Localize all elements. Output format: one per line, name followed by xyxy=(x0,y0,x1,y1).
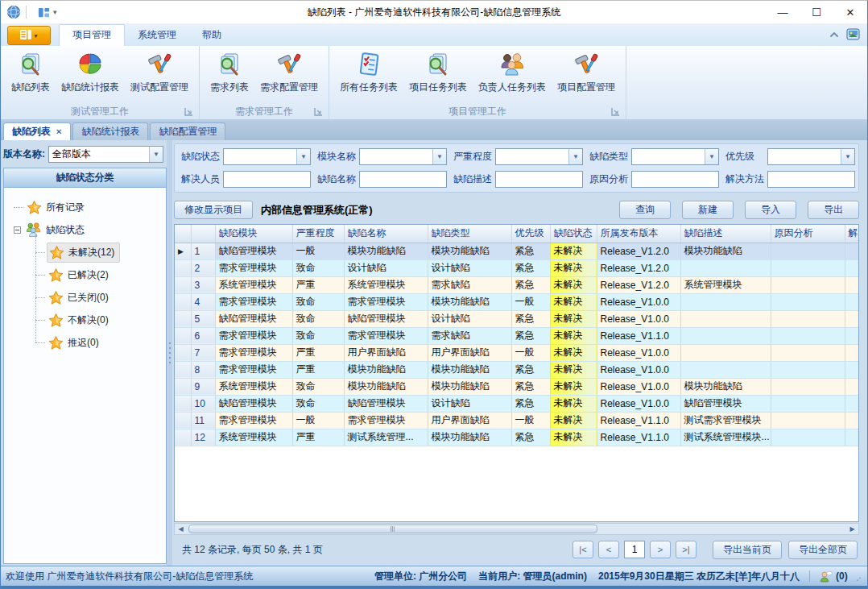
grid-cell[interactable]: 未解决 xyxy=(550,243,597,259)
ribbon-button-负责人任务列表[interactable]: 负责人任务列表 xyxy=(473,49,552,96)
grid-cell[interactable]: 设计缺陷 xyxy=(428,310,511,327)
row-selector-cell[interactable] xyxy=(175,293,191,310)
grid-cell[interactable]: 需求缺陷 xyxy=(428,276,511,293)
grid-cell[interactable] xyxy=(845,259,859,276)
grid-cell[interactable]: 未解决 xyxy=(550,429,597,446)
grid-cell[interactable]: 模块功能缺陷 xyxy=(428,361,511,378)
grid-cell[interactable]: 用户界面缺陷 xyxy=(428,344,511,361)
table-row[interactable]: 6需求管理模块致命需求管理模块需求缺陷紧急未解决Release_V1.1.0 xyxy=(175,327,859,344)
grid-cell[interactable] xyxy=(845,310,859,327)
grid-cell[interactable]: Release_V1.1.0 xyxy=(597,429,680,446)
grid-cell[interactable]: 致命 xyxy=(292,378,344,395)
grid-cell[interactable]: 未解决 xyxy=(550,293,597,310)
grid-cell[interactable]: 系统管理模块 xyxy=(680,276,771,293)
table-row[interactable]: 11需求管理模块一般需求管理模块用户界面缺陷一般未解决Release_V1.1.… xyxy=(175,412,859,429)
column-header-所属发布版本[interactable]: 所属发布版本 xyxy=(597,225,680,243)
filter-combo-严重程度[interactable]: ▼ xyxy=(495,148,583,165)
grid-cell[interactable]: 测试系统管理模块... xyxy=(680,429,771,446)
grid-cell[interactable]: 模块功能缺陷 xyxy=(428,293,511,310)
grid-cell[interactable]: 模块功能缺陷 xyxy=(428,429,511,446)
grid-cell[interactable]: Release_V1.2.0 xyxy=(597,276,680,293)
table-row[interactable]: 9系统管理模块致命模块功能缺陷模块功能缺陷紧急未解决Release_V1.0.0… xyxy=(175,378,859,395)
grid-cell[interactable]: 缺陷管理模块 xyxy=(215,243,292,259)
filter-field-解决方法[interactable] xyxy=(768,172,854,187)
filter-field-缺陷名称[interactable] xyxy=(360,172,446,187)
app-menu-button[interactable]: ▾ xyxy=(7,26,51,45)
filter-input-解决人员[interactable] xyxy=(223,171,311,188)
grid-cell[interactable] xyxy=(771,412,845,429)
grid-cell[interactable]: 模块功能缺陷 xyxy=(344,361,428,378)
row-selector-cell[interactable] xyxy=(175,395,191,412)
table-row[interactable]: ▶1缺陷管理模块一般模块功能缺陷模块功能缺陷紧急未解决Release_V1.2.… xyxy=(175,243,859,259)
table-row[interactable]: 7需求管理模块严重用户界面缺陷用户界面缺陷一般未解决Release_V1.0.0 xyxy=(175,344,859,361)
grid-cell[interactable] xyxy=(845,429,859,446)
column-header-缺陷类型[interactable]: 缺陷类型 xyxy=(428,225,511,243)
grid-cell[interactable]: 缺陷管理模块 xyxy=(344,310,428,327)
filter-field-解决人员[interactable] xyxy=(224,172,310,187)
ribbon-tab-帮助[interactable]: 帮助 xyxy=(189,25,234,46)
column-header-解决方法[interactable]: 解决方法 xyxy=(845,225,859,243)
table-row[interactable]: 3系统管理模块严重系统管理模块需求缺陷紧急未解决Release_V1.2.0系统… xyxy=(175,276,859,293)
grid-cell[interactable]: 需求管理模块 xyxy=(215,344,292,361)
grid-cell[interactable]: 缺陷管理模块 xyxy=(215,395,292,412)
ribbon-button-项目任务列表[interactable]: 项目任务列表 xyxy=(403,49,473,96)
minimize-button[interactable]: — xyxy=(766,1,800,23)
grid-cell[interactable]: 严重 xyxy=(292,361,344,378)
grid-cell[interactable] xyxy=(771,259,845,276)
row-selector-cell[interactable] xyxy=(175,259,191,276)
grid-cell[interactable] xyxy=(680,344,771,361)
grid-cell[interactable]: 紧急 xyxy=(511,327,550,344)
grid-cell[interactable]: Release_V1.0.0 xyxy=(597,344,680,361)
grid-cell[interactable]: 严重 xyxy=(292,429,344,446)
row-selector-cell[interactable] xyxy=(175,378,191,395)
row-selector-cell[interactable] xyxy=(175,327,191,344)
column-header-缺陷描述[interactable]: 缺陷描述 xyxy=(680,225,771,243)
grid-cell[interactable]: 紧急 xyxy=(511,361,550,378)
last-page-button[interactable]: >| xyxy=(676,541,696,558)
scroll-right-icon[interactable]: ▶ xyxy=(846,524,858,534)
grid-cell[interactable]: 未解决 xyxy=(550,259,597,276)
grid-cell[interactable]: 系统管理模块 xyxy=(215,378,292,395)
page-number-input[interactable] xyxy=(624,541,645,558)
export-all-pages-button[interactable]: 导出全部页 xyxy=(788,541,858,559)
grid-cell[interactable]: 未解决 xyxy=(550,276,597,293)
grid-cell[interactable] xyxy=(845,276,859,293)
next-page-button[interactable]: > xyxy=(650,541,671,558)
grid-cell[interactable]: 模块功能缺陷 xyxy=(428,378,511,395)
grid-cell[interactable] xyxy=(771,276,845,293)
tree-item-推迟(0)[interactable]: 推迟(0) xyxy=(14,331,164,354)
grid-cell[interactable]: 致命 xyxy=(292,310,344,327)
filter-input-解决方法[interactable] xyxy=(767,171,855,188)
grid-cell[interactable]: 未解决 xyxy=(550,395,597,412)
grid-cell[interactable]: 一般 xyxy=(511,344,550,361)
grid-cell[interactable]: 需求管理模块 xyxy=(215,412,292,429)
filter-input-缺陷名称[interactable] xyxy=(359,171,447,188)
filter-combo-模块名称[interactable]: ▼ xyxy=(359,148,447,165)
ribbon-button-需求配置管理[interactable]: 需求配置管理 xyxy=(254,49,324,96)
grid-cell[interactable]: 模块功能缺陷 xyxy=(428,243,511,259)
grid-cell[interactable] xyxy=(680,259,771,276)
grid-cell[interactable] xyxy=(845,344,859,361)
grid-cell[interactable] xyxy=(680,361,771,378)
table-row[interactable]: 10缺陷管理模块致命缺陷管理模块设计缺陷紧急未解决Release_V1.0.0缺… xyxy=(175,395,859,412)
row-selector-cell[interactable]: ▶ xyxy=(175,243,191,259)
row-selector-cell[interactable] xyxy=(175,344,191,361)
grid-cell[interactable]: 未解决 xyxy=(550,361,597,378)
grid-cell[interactable]: 系统管理模块 xyxy=(215,429,292,446)
export-current-page-button[interactable]: 导出当前页 xyxy=(713,541,782,559)
grid-cell[interactable]: Release_V1.0.0 xyxy=(597,395,680,412)
scroll-left-icon[interactable]: ◀ xyxy=(175,524,187,534)
panel-splitter[interactable] xyxy=(167,140,172,566)
grid-cell[interactable]: 设计缺陷 xyxy=(428,259,511,276)
grid-cell[interactable]: 需求管理模块 xyxy=(344,327,428,344)
grid-cell[interactable]: 测试系统管理... xyxy=(344,429,428,446)
grid-cell[interactable] xyxy=(771,361,845,378)
action-button-查询[interactable]: 查询 xyxy=(619,201,671,219)
grid-cell[interactable]: 未解决 xyxy=(550,310,597,327)
tree-item-未解决(12)[interactable]: 未解决(12) xyxy=(14,241,164,263)
grid-cell[interactable]: 未解决 xyxy=(550,327,597,344)
grid-cell[interactable] xyxy=(845,378,859,395)
version-combobox-arrow-icon[interactable]: ▼ xyxy=(149,147,163,162)
grid-cell[interactable]: 未解决 xyxy=(550,344,597,361)
table-row[interactable]: 5缺陷管理模块致命缺陷管理模块设计缺陷紧急未解决Release_V1.0.0 xyxy=(175,310,859,327)
